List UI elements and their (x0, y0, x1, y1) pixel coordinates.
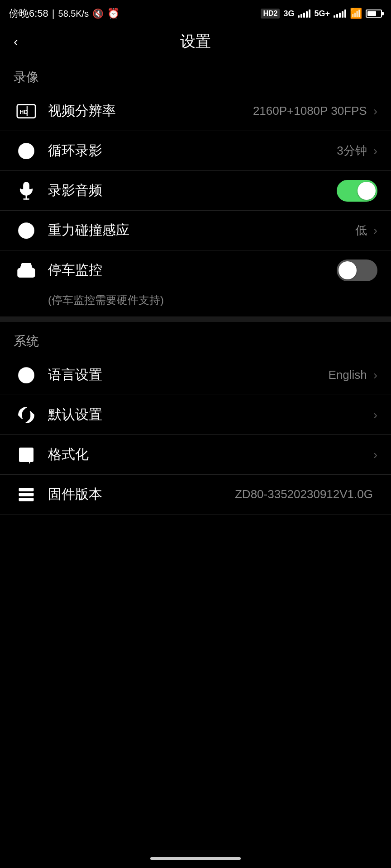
gravity-sensor-value: 低 (355, 222, 367, 238)
system-section-header: 系统 (0, 322, 391, 355)
loop-recording-icon (14, 138, 39, 164)
parking-toggle-knob (339, 261, 357, 279)
record-audio-row[interactable]: 录影音频 (0, 171, 391, 211)
loop-recording-row[interactable]: 循环录影 3分钟 › (0, 131, 391, 171)
format-row[interactable]: 格式化 › (0, 435, 391, 475)
record-audio-icon (14, 178, 39, 203)
firmware-icon (14, 482, 39, 507)
svg-point-10 (29, 273, 32, 276)
loop-recording-value: 3分钟 (337, 143, 367, 159)
loop-recording-chevron: › (373, 144, 377, 158)
network-speed: 58.5K/s (58, 9, 89, 19)
svg-rect-21 (19, 498, 34, 501)
status-left: 傍晚6:58 | 58.5K/s 🔇 ⏰ (9, 7, 119, 20)
top-nav: ‹ 设置 (0, 25, 391, 58)
format-chevron: › (373, 448, 377, 462)
default-settings-icon (14, 402, 39, 428)
video-resolution-icon: HD (14, 99, 39, 124)
loop-recording-label: 循环录影 (48, 142, 337, 160)
gravity-sensor-chevron: › (373, 223, 377, 238)
recording-section-header: 录像 (0, 58, 391, 91)
gravity-sensor-icon (14, 218, 39, 243)
wifi-icon: 📶 (350, 8, 362, 19)
format-icon (14, 442, 39, 467)
svg-point-9 (20, 273, 24, 276)
firmware-row[interactable]: 固件版本 ZD80-33520230912V1.0G (0, 475, 391, 514)
video-resolution-chevron: › (373, 104, 377, 118)
parking-monitor-icon (14, 258, 39, 283)
parking-monitor-row[interactable]: 停车监控 (0, 250, 391, 290)
svg-point-7 (19, 223, 34, 238)
status-bar: 傍晚6:58 | 58.5K/s 🔇 ⏰ HD2 3G 5G+ 📶 (0, 0, 391, 25)
page-title: 设置 (180, 31, 211, 52)
bottom-space (0, 514, 391, 868)
language-icon (14, 363, 39, 388)
alarm-icon: ⏰ (107, 8, 119, 19)
back-button[interactable]: ‹ (14, 34, 18, 49)
gravity-sensor-row[interactable]: 重力碰撞感应 低 › (0, 211, 391, 250)
status-time: 傍晚6:58 (9, 7, 48, 20)
section-divider (0, 316, 391, 322)
signal-bars-2 (334, 9, 346, 18)
record-audio-toggle[interactable] (337, 180, 377, 202)
signal-bars-1 (298, 9, 310, 18)
video-resolution-row[interactable]: HD 视频分辨率 2160P+1080P 30FPS › (0, 91, 391, 131)
battery-icon (366, 9, 382, 18)
svg-rect-19 (19, 488, 34, 491)
parking-monitor-toggle[interactable] (337, 259, 377, 281)
default-settings-label: 默认设置 (48, 406, 372, 424)
toggle-knob (358, 182, 376, 200)
parking-monitor-label: 停车监控 (48, 261, 337, 279)
firmware-label: 固件版本 (48, 485, 235, 504)
home-indicator (150, 857, 241, 860)
svg-rect-20 (19, 493, 34, 496)
video-resolution-value: 2160P+1080P 30FPS (253, 104, 367, 118)
gravity-sensor-label: 重力碰撞感应 (48, 221, 355, 240)
3g-label: 3G (283, 9, 294, 19)
separator: | (52, 8, 55, 19)
parking-note: (停车监控需要硬件支持) (0, 290, 391, 316)
format-label: 格式化 (48, 445, 372, 464)
record-audio-label: 录影音频 (48, 181, 337, 200)
video-resolution-label: 视频分辨率 (48, 102, 253, 120)
language-value: English (328, 368, 367, 382)
status-right: HD2 3G 5G+ 📶 (261, 8, 382, 19)
default-settings-chevron: › (373, 408, 377, 422)
5g-label: 5G+ (314, 9, 330, 19)
language-label: 语言设置 (48, 366, 328, 384)
language-row[interactable]: 语言设置 English › (0, 355, 391, 395)
default-settings-row[interactable]: 默认设置 › (0, 395, 391, 435)
language-chevron: › (373, 368, 377, 382)
firmware-value: ZD80-33520230912V1.0G (235, 487, 373, 501)
hd2-badge: HD2 (261, 9, 280, 19)
mute-icon: 🔇 (92, 8, 104, 19)
